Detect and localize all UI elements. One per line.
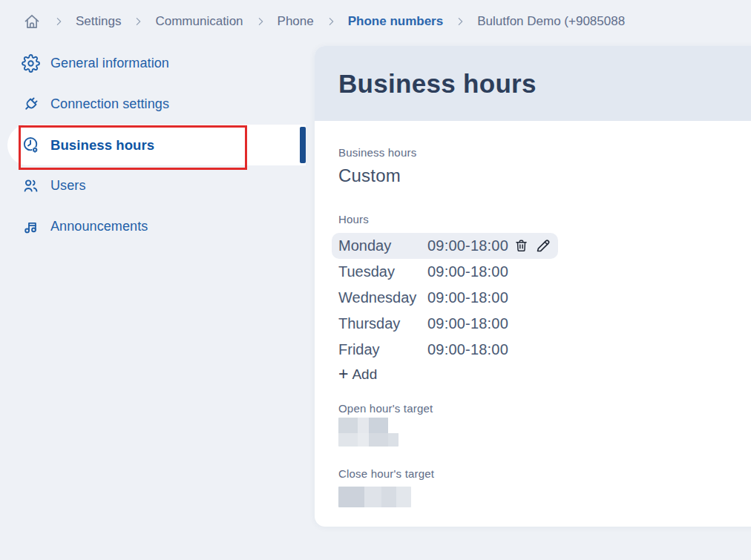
time-range: 09:00-18:00	[427, 341, 508, 358]
open-hours-target-label: Open hour's target	[338, 402, 745, 415]
breadcrumb-item-phone-numbers[interactable]: Phone numbers	[348, 14, 443, 29]
chevron-right-icon	[53, 16, 65, 27]
sidebar: General information Connection settings	[0, 43, 306, 560]
add-hours-label: Add	[352, 366, 377, 383]
edit-hours-button[interactable]	[534, 237, 551, 256]
sidebar-item-users[interactable]: Users	[0, 165, 306, 206]
breadcrumb-item-communication[interactable]: Communication	[155, 14, 243, 29]
time-range: 09:00-18:00	[427, 289, 508, 306]
users-icon	[21, 176, 41, 196]
sidebar-item-label: Business hours	[50, 137, 154, 154]
chevron-right-icon	[325, 16, 337, 27]
plus-icon: +	[338, 366, 348, 383]
day-label: Friday	[338, 341, 427, 358]
sidebar-item-business-hours[interactable]: Business hours	[7, 125, 306, 165]
hours-label: Hours	[338, 213, 745, 225]
day-label: Monday	[338, 237, 427, 254]
app-window: Settings Communication Phone Phone numbe…	[0, 0, 751, 560]
open-hours-target-field: Open hour's target	[338, 402, 745, 447]
day-label: Tuesday	[338, 263, 427, 280]
redacted-value	[338, 487, 411, 507]
sidebar-item-label: Announcements	[50, 219, 148, 234]
breadcrumb: Settings Communication Phone Phone numbe…	[0, 0, 751, 43]
gear-icon	[21, 53, 41, 73]
business-hours-type-label: Business hours	[338, 146, 745, 159]
time-range: 09:00-18:00	[427, 315, 508, 332]
sidebar-item-announcements[interactable]: Announcements	[0, 206, 306, 247]
chevron-right-icon	[132, 16, 144, 27]
time-range: 09:00-18:00	[427, 237, 508, 254]
sidebar-item-label: General information	[50, 56, 169, 71]
hours-list: Monday 09:00-18:00	[338, 233, 745, 363]
business-hours-panel: Business hours Business hours Custom Hou…	[315, 46, 751, 527]
hours-row-tuesday[interactable]: Tuesday 09:00-18:00	[332, 259, 515, 285]
redacted-value	[338, 418, 399, 447]
hours-row-friday[interactable]: Friday 09:00-18:00	[332, 337, 515, 363]
panel-header: Business hours	[315, 46, 751, 121]
close-hours-target-label: Close hour's target	[338, 467, 745, 480]
business-hours-type-field: Business hours Custom	[338, 146, 745, 186]
panel-body: Business hours Custom Hours Monday 09:00…	[315, 121, 751, 507]
plug-icon	[21, 94, 41, 114]
close-hours-target-field: Close hour's target	[338, 467, 745, 507]
breadcrumb-item-bulutfon-demo[interactable]: Bulutfon Demo (+9085088	[477, 14, 625, 29]
business-hours-type-value: Custom	[338, 165, 745, 186]
chevron-right-icon	[454, 16, 466, 27]
chevron-right-icon	[255, 16, 266, 27]
day-label: Thursday	[338, 315, 427, 332]
day-label: Wednesday	[338, 289, 427, 306]
time-range: 09:00-18:00	[427, 263, 508, 280]
hours-row-thursday[interactable]: Thursday 09:00-18:00	[332, 311, 515, 337]
breadcrumb-item-settings[interactable]: Settings	[76, 14, 121, 29]
sidebar-item-general-information[interactable]: General information	[0, 43, 306, 84]
sidebar-item-connection-settings[interactable]: Connection settings	[0, 84, 306, 125]
music-note-icon	[21, 217, 41, 237]
sidebar-item-label: Users	[50, 178, 86, 194]
hours-row-monday[interactable]: Monday 09:00-18:00	[332, 233, 558, 259]
add-hours-button[interactable]: + Add	[338, 366, 377, 383]
page-title: Business hours	[338, 69, 537, 99]
breadcrumb-item-phone[interactable]: Phone	[278, 14, 314, 29]
home-icon[interactable]	[22, 12, 42, 31]
delete-hours-button[interactable]	[514, 237, 529, 256]
clock-gear-icon	[21, 135, 41, 155]
hours-row-wednesday[interactable]: Wednesday 09:00-18:00	[332, 285, 515, 311]
selected-indicator-bar	[300, 127, 306, 163]
sidebar-item-label: Connection settings	[50, 96, 169, 112]
